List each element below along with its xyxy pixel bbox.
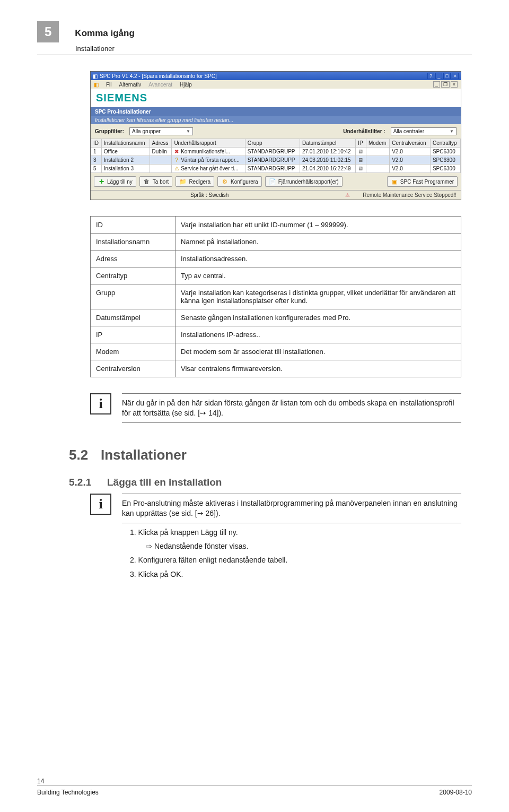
def-row: IPInstallationens IP-adress.. <box>91 326 461 343</box>
status-warning: Remote Maintenance Service Stopped!! <box>363 192 457 198</box>
panel-title: SPC Pro-installationer <box>91 107 461 116</box>
toolbar: ✚Lägg till ny 🗑Ta bort 📁Redigera ⚙Konfig… <box>91 173 461 190</box>
child-restore-icon[interactable]: ❐ <box>441 81 450 88</box>
info-note: i När du går in på den här sidan första … <box>90 393 461 423</box>
menu-hjalp[interactable]: Hjälp <box>180 82 192 88</box>
footer-pagenum: 14 <box>37 778 472 785</box>
filter-row: Gruppfilter: Alla grupper Underhållsfilt… <box>91 124 461 139</box>
info-icon: i <box>90 494 111 515</box>
app-small-icon: ◧ <box>94 82 99 88</box>
col-rpt[interactable]: Underhållsrapport <box>172 139 245 148</box>
panel-subtitle: Installationer kan filtreras efter grupp… <box>91 116 461 124</box>
table-row[interactable]: 5Installation 3 ⚠ Service har gått över … <box>91 165 461 173</box>
report-button[interactable]: 📄Fjärrunderhållsrapport(er) <box>265 176 343 187</box>
step-result: Nedanstående fönster visas. <box>146 540 459 552</box>
footer-date: 2009-08-10 <box>440 789 472 796</box>
maximize-icon[interactable]: □ <box>443 73 450 79</box>
window-help-icon[interactable]: ? <box>427 73 434 79</box>
maint-filter-label: Underhållsfilter : <box>343 128 385 134</box>
ip-icon: 🖥 <box>358 166 363 171</box>
col-name[interactable]: Installationsnamn <box>101 139 150 148</box>
step-1: 1. Klicka på knappen Lägg till ny. <box>130 526 459 538</box>
close-icon[interactable]: × <box>452 73 459 79</box>
add-button[interactable]: ✚Lägg till ny <box>94 176 136 187</box>
info-note-text: När du går in på den här sidan första gå… <box>122 393 461 423</box>
col-grp[interactable]: Grupp <box>245 139 300 148</box>
group-filter-select[interactable]: Alla grupper <box>129 127 193 135</box>
page-title: Komma igång <box>75 28 134 39</box>
table-row[interactable]: 3Installation 2 ? Väntar på första rappo… <box>91 156 461 165</box>
info-note: i En Pro-anslutning måste aktiveras i In… <box>90 494 461 523</box>
status-lang: Språk : Swedish <box>190 192 229 198</box>
gear-icon: ⚙ <box>221 178 229 185</box>
installations-table: ID Installationsnamn Adress Underhållsra… <box>91 139 461 173</box>
menu-fil[interactable]: Fil <box>106 82 112 88</box>
info-icon: i <box>90 393 111 414</box>
col-ver[interactable]: Centralversion <box>390 139 431 148</box>
menubar: ◧ Fil Alternativ Avancerat Hjälp _ ❐ × <box>91 80 461 89</box>
maint-filter-select[interactable]: Alla centraler <box>391 127 457 135</box>
chip-icon: ▣ <box>391 178 398 185</box>
col-ip[interactable]: IP <box>356 139 366 148</box>
info-note-text: En Pro-anslutning måste aktiveras i Inst… <box>122 494 461 523</box>
group-filter-label: Gruppfilter: <box>95 128 124 134</box>
status-wait-icon: ? <box>174 157 179 163</box>
configure-button[interactable]: ⚙Konfigurera <box>217 176 262 187</box>
page-footer: 14 Building Technologies 2009-08-10 <box>37 778 472 796</box>
step-2: 2. Konfigurera fälten enligt nedanståend… <box>130 554 459 566</box>
table-row[interactable]: 1OfficeDublin ✖ Kommunikationsfel... STA… <box>91 148 461 156</box>
footer-org: Building Technologies <box>37 789 99 796</box>
steps-list: 1. Klicka på knappen Lägg till ny. Nedan… <box>130 526 459 581</box>
col-addr[interactable]: Adress <box>150 139 172 148</box>
step-3: 3. Klicka på OK. <box>130 568 459 580</box>
definitions-table: IDVarje installation har ett unikt ID-nu… <box>90 216 461 377</box>
def-row: CentraltypTyp av central. <box>91 267 461 284</box>
ip-icon: 🖥 <box>358 149 363 154</box>
page-subtitle: Installationer <box>75 45 472 53</box>
report-icon: 📄 <box>269 178 276 185</box>
window-title: SPC Pro V1.4.2 - [Spara installationsinf… <box>100 73 217 79</box>
heading-5-2: 5.2Installationer <box>69 447 472 463</box>
header-rule <box>37 55 472 55</box>
child-close-icon[interactable]: × <box>451 81 458 88</box>
def-row: GruppVarje installation kan kategorisera… <box>91 284 461 309</box>
def-row: ModemDet modem som är associerat till in… <box>91 343 461 360</box>
definitions-table-wrap: IDVarje installation har ett unikt ID-nu… <box>90 216 461 377</box>
minimize-icon[interactable]: _ <box>435 73 442 79</box>
menu-alternativ[interactable]: Alternativ <box>119 82 142 88</box>
delete-button[interactable]: 🗑Ta bort <box>139 176 173 187</box>
col-ctype[interactable]: Centraltyp <box>430 139 460 148</box>
child-minimize-icon[interactable]: _ <box>433 81 440 88</box>
folder-icon: 📁 <box>179 178 187 185</box>
window-titlebar: ◧ SPC Pro V1.4.2 - [Spara installationsi… <box>91 72 461 80</box>
child-window-controls: _ ❐ × <box>433 81 458 88</box>
def-row: DatumstämpelSenaste gången installatione… <box>91 309 461 326</box>
page-header: 5 Komma igång <box>37 21 472 42</box>
def-row: AdressInstallationsadressen. <box>91 250 461 267</box>
plus-icon: ✚ <box>98 178 105 185</box>
status-error-icon: ✖ <box>174 149 179 154</box>
app-screenshot: ◧ SPC Pro V1.4.2 - [Spara installationsi… <box>90 71 461 200</box>
page-number-box: 5 <box>37 21 59 42</box>
app-icon: ◧ <box>93 73 98 79</box>
edit-button[interactable]: 📁Redigera <box>175 176 214 187</box>
brand-logo: SIEMENS <box>91 89 461 107</box>
heading-5-2-1: 5.2.1Lägga till en installation <box>69 477 472 488</box>
def-row: InstallationsnamnNamnet på installatione… <box>91 234 461 250</box>
def-row: IDVarje installation har ett unikt ID-nu… <box>91 217 461 234</box>
status-warn-icon: ⚠ <box>174 166 179 171</box>
menu-avancerat[interactable]: Avancerat <box>148 82 172 88</box>
col-id[interactable]: ID <box>91 139 102 148</box>
def-row: CentralversionVisar centralens firmwarev… <box>91 360 461 377</box>
col-ts[interactable]: Datumstämpel <box>300 139 355 148</box>
col-modem[interactable]: Modem <box>366 139 389 148</box>
fast-programmer-button[interactable]: ▣SPC Fast Programmer <box>387 176 458 187</box>
status-bar: Språk : Swedish Remote Maintenance Servi… <box>91 190 461 200</box>
trash-icon: 🗑 <box>143 178 151 185</box>
warning-icon <box>345 192 352 198</box>
window-controls: ? _ □ × <box>427 73 459 79</box>
ip-icon: 🖥 <box>358 157 363 163</box>
